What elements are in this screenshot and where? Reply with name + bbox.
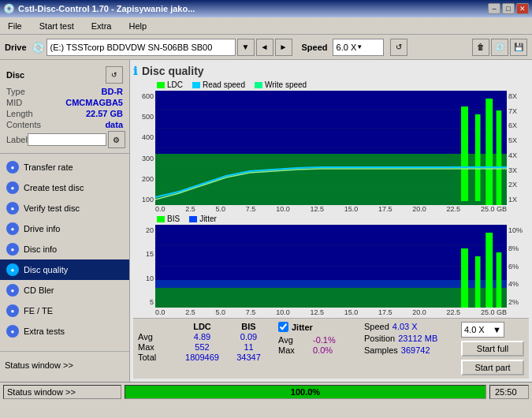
legend-read-speed: Read speed [192, 80, 245, 89]
drive-info-icon: ● [6, 222, 19, 235]
drive-prev-btn[interactable]: ◄ [256, 39, 273, 56]
jitter-section: Jitter Avg -0.1% Max 0.0% [278, 322, 356, 355]
samples-stat-label: Samples [364, 345, 398, 355]
minimize-button[interactable]: – [488, 3, 500, 14]
stats-total-ldc: 1809469 [180, 353, 224, 362]
stats-max-ldc: 552 [180, 342, 224, 352]
menu-bar: File Start test Extra Help [0, 17, 532, 35]
stats-avg-ldc: 4.89 [180, 332, 224, 341]
disc-label-input[interactable] [28, 133, 106, 146]
y2-label-20: 20 [133, 226, 155, 234]
jitter-checkbox[interactable] [278, 322, 288, 332]
sidebar-item-label: FE / TE [24, 306, 53, 315]
sidebar-item-transfer-rate[interactable]: ● Transfer rate [0, 157, 129, 177]
y-label-r-7x: 7X [508, 107, 527, 115]
drive-dropdown-btn[interactable]: ▼ [237, 39, 255, 56]
close-button[interactable]: ✕ [516, 3, 529, 14]
stats-empty [138, 322, 177, 331]
disc-quality-icon: ● [6, 263, 19, 276]
sidebar-item-disc-info[interactable]: ● Disc info [0, 239, 129, 259]
stats-total-bis: 34347 [227, 353, 270, 362]
sidebar-item-create-test-disc[interactable]: ● Create test disc [0, 177, 129, 198]
title-bar-text: 💿 CstI-Disc-Control 1.70 - Zapisywanie j… [3, 3, 195, 14]
disc-contents-label: Contents [6, 120, 41, 129]
stats-avg-bis: 0.09 [227, 332, 270, 341]
svg-rect-7 [461, 106, 468, 201]
sidebar-item-cd-bler[interactable]: ● CD Bler [0, 280, 129, 300]
chart1-y-axis-right: 8X 7X 6X 5X 4X 3X 2X 1X [507, 91, 529, 205]
stats-total-label: Total [138, 353, 177, 362]
y2-label-r-6: 6% [508, 263, 527, 271]
disc-refresh-btn[interactable]: ↺ [106, 66, 123, 84]
menu-help[interactable]: Help [124, 20, 151, 32]
sidebar-item-disc-quality[interactable]: ● Disc quality [0, 259, 129, 280]
burn-btn[interactable]: 💿 [491, 39, 508, 56]
stats-row: LDC BIS Avg 4.89 0.09 Max 552 11 Total 1… [133, 318, 529, 379]
bis-color-indicator [157, 216, 165, 222]
main-layout: Disc ↺ Type BD-R MID CMCMAGBA5 Length 22… [0, 60, 532, 382]
disc-quality-title: Disc quality [142, 65, 204, 77]
y-label-500: 500 [133, 113, 155, 121]
y-label-r-5x: 5X [508, 136, 527, 144]
y-label-100: 100 [133, 196, 155, 203]
y-label-400: 400 [133, 133, 155, 141]
start-full-button[interactable]: Start full [461, 341, 524, 356]
speed-action-dropdown[interactable]: 4.0 X ▼ [461, 322, 504, 338]
read-speed-color-indicator [192, 82, 200, 88]
action-section: 4.0 X ▼ Start full Start part [461, 322, 524, 375]
sidebar-item-label: Transfer rate [24, 162, 73, 172]
legend-write-speed: Write speed [255, 80, 307, 89]
start-part-button[interactable]: Start part [461, 360, 524, 375]
samples-stat-value: 369742 [401, 345, 430, 355]
disc-info-icon: ● [6, 243, 19, 256]
transfer-rate-icon: ● [6, 161, 19, 174]
menu-extra[interactable]: Extra [87, 20, 117, 32]
y-label-r-1x: 1X [508, 196, 527, 203]
title-bar-controls: – □ ✕ [488, 3, 529, 14]
disc-quality-header: ℹ Disc quality [133, 63, 529, 80]
disc-mid-value: CMCMAGBA5 [65, 98, 123, 107]
sidebar-item-fe-te[interactable]: ● FE / TE [0, 300, 129, 321]
sidebar-item-verify-test-disc[interactable]: ● Verify test disc [0, 198, 129, 218]
sidebar-item-label: Disc quality [24, 265, 68, 274]
menu-start-test[interactable]: Start test [35, 20, 79, 32]
speed-refresh-btn[interactable]: ↺ [390, 39, 407, 56]
svg-rect-17 [461, 248, 468, 308]
status-bar: Status window >> 100.0% 25:50 [0, 382, 532, 401]
maximize-button[interactable]: □ [502, 3, 515, 14]
stats-bis-header: BIS [227, 322, 270, 331]
drive-next-btn[interactable]: ► [275, 39, 292, 56]
y-label-200: 200 [133, 175, 155, 183]
content-area: ℹ Disc quality LDC Read speed Write spee… [130, 60, 532, 382]
stats-avg-label: Avg [138, 332, 177, 341]
drive-select[interactable]: (E:) TSSTcorp BDDVDW SN-506BB SB00 [47, 39, 236, 56]
stats-max-label: Max [138, 342, 177, 352]
y2-label-r-10: 10% [508, 226, 527, 234]
speed-stat-value: 4.03 X [392, 322, 418, 331]
svg-rect-15 [155, 288, 507, 308]
progress-text: 100.0% [291, 387, 320, 397]
legend-bis: BIS [157, 215, 180, 223]
disc-section: Disc ↺ Type BD-R MID CMCMAGBA5 Length 22… [0, 63, 129, 154]
ldc-color-indicator [157, 82, 165, 88]
stats-max-bis: 11 [227, 342, 270, 352]
y-label-r-6x: 6X [508, 121, 527, 129]
jitter-max-value: 0.0% [313, 345, 356, 355]
save-btn[interactable]: 💾 [510, 39, 527, 56]
disc-label-btn[interactable]: ⚙ [108, 131, 125, 148]
svg-rect-6 [155, 154, 507, 205]
sidebar-item-drive-info[interactable]: ● Drive info [0, 218, 129, 239]
speed-label: Speed [302, 43, 328, 52]
erase-btn[interactable]: 🗑 [472, 39, 489, 56]
disc-length-value: 22.57 GB [86, 109, 123, 118]
menu-file[interactable]: File [3, 20, 27, 32]
svg-rect-8 [475, 114, 481, 201]
progress-bar-wrap: 100.0% [125, 385, 486, 399]
status-window-panel[interactable]: Status window >> [3, 385, 121, 399]
status-window-btn[interactable]: Status window >> [5, 355, 125, 375]
chart2-svg [155, 225, 507, 308]
speed-position-section: Speed 4.03 X Position 23112 MB Samples 3… [364, 322, 437, 355]
speed-select[interactable]: 6.0 X ▼ [333, 39, 384, 56]
sidebar-item-extra-tests[interactable]: ● Extra tests [0, 321, 129, 341]
y2-label-r-4: 4% [508, 280, 527, 288]
